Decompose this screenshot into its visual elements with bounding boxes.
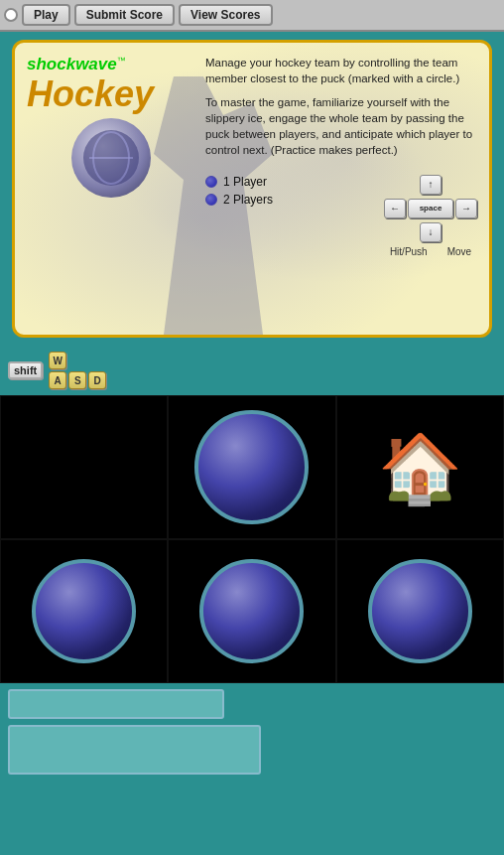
hit-push-label: Hit/Push bbox=[390, 246, 428, 257]
game-desc-2: To master the game, familiarize yourself… bbox=[205, 94, 477, 158]
game-info-panel: shockwave™ Hockey Manage your hockey tea… bbox=[12, 40, 492, 338]
key-space: space bbox=[408, 199, 453, 218]
controls-bar: shift W A S D bbox=[0, 346, 504, 395]
move-label: Move bbox=[447, 246, 471, 257]
key-left: ← bbox=[384, 199, 406, 218]
asd-row: A S D bbox=[49, 371, 106, 389]
game-cell-1-2 bbox=[168, 395, 335, 539]
a-key: A bbox=[49, 371, 66, 389]
player-1-label: 1 Player bbox=[223, 175, 267, 189]
radio-2-icon bbox=[205, 194, 217, 206]
key-down: ↓ bbox=[420, 222, 441, 242]
game-ball-top bbox=[194, 410, 309, 524]
shift-key: shift bbox=[8, 361, 43, 379]
controls-legend: ↑ ← space → ↓ Hit/Push Move bbox=[384, 175, 477, 257]
input-field-2[interactable] bbox=[8, 725, 261, 775]
game-row-2 bbox=[0, 539, 504, 683]
game-cell-2-3 bbox=[336, 539, 504, 683]
play-button[interactable]: Play bbox=[22, 4, 70, 26]
player-2-option[interactable]: 2 Players bbox=[205, 193, 273, 207]
game-cell-1-3: 🏠 bbox=[336, 395, 504, 539]
game-row-1: 🏠 bbox=[0, 395, 504, 539]
game-title: Hockey bbox=[27, 74, 195, 114]
game-cell-2-1 bbox=[0, 539, 168, 683]
game-desc-1: Manage your hockey team by controlling t… bbox=[205, 55, 477, 86]
key-row-middle: ← space → bbox=[384, 199, 477, 218]
wasd-keys: W A S D bbox=[49, 352, 106, 389]
key-row-top: ↑ bbox=[420, 175, 441, 195]
logo-icon bbox=[71, 118, 151, 198]
key-up: ↑ bbox=[420, 175, 441, 195]
player-2-label: 2 Players bbox=[223, 193, 273, 207]
trademark: ™ bbox=[117, 56, 126, 66]
game-ball-left bbox=[32, 559, 136, 663]
input-field-1[interactable] bbox=[8, 689, 224, 719]
shockwave-brand: shockwave bbox=[27, 55, 117, 73]
w-row: W bbox=[49, 352, 106, 369]
player-1-option[interactable]: 1 Player bbox=[205, 175, 273, 189]
home-icon: 🏠 bbox=[378, 434, 462, 501]
w-key: W bbox=[49, 352, 66, 369]
player-options: 1 Player 2 Players bbox=[205, 175, 273, 207]
logo-section: shockwave™ Hockey bbox=[27, 55, 195, 202]
key-row-bottom: ↓ bbox=[420, 222, 441, 242]
input-section bbox=[0, 683, 504, 781]
d-key: D bbox=[88, 371, 106, 389]
game-description-section: Manage your hockey team by controlling t… bbox=[205, 55, 477, 257]
top-bar-circle bbox=[4, 8, 18, 22]
view-scores-button[interactable]: View Scores bbox=[179, 4, 273, 26]
key-right: → bbox=[455, 199, 477, 218]
top-bar: Play Submit Score View Scores bbox=[0, 0, 504, 32]
controls-labels: Hit/Push Move bbox=[390, 246, 471, 257]
game-ball-center bbox=[199, 559, 304, 663]
submit-score-button[interactable]: Submit Score bbox=[74, 4, 175, 26]
game-cell-1-1 bbox=[0, 395, 168, 539]
game-ball-right bbox=[368, 559, 472, 663]
brand-name: shockwave™ bbox=[27, 55, 195, 74]
game-cell-2-2 bbox=[168, 539, 335, 683]
s-key: S bbox=[68, 371, 86, 389]
radio-1-icon bbox=[205, 176, 217, 188]
